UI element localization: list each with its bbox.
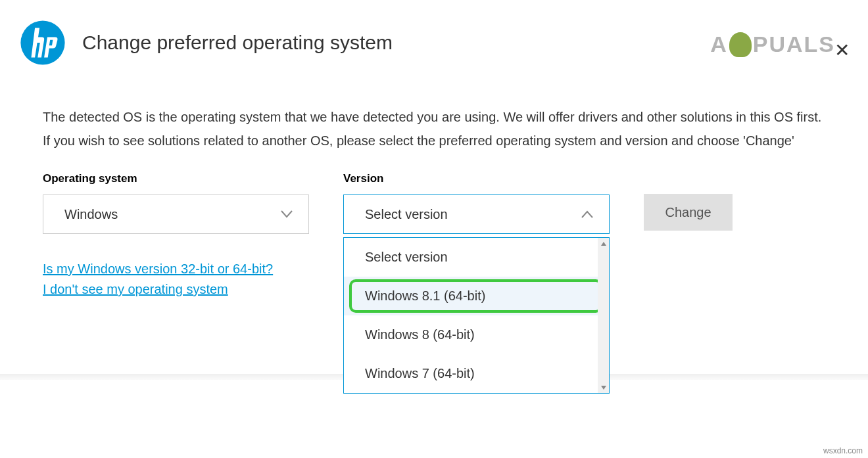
- hp-logo-icon: [20, 20, 66, 66]
- version-option-select[interactable]: Select version: [344, 238, 609, 277]
- version-selected-value: Select version: [365, 207, 448, 222]
- watermark-logo: A PUALS: [710, 32, 835, 57]
- os-label: Operating system: [43, 172, 309, 185]
- version-option-win7[interactable]: Windows 7 (64-bit): [344, 354, 609, 393]
- version-option-win8[interactable]: Windows 8 (64-bit): [344, 315, 609, 354]
- no-os-link[interactable]: I don't see my operating system: [43, 282, 309, 297]
- version-dropdown-list: Select version Windows 8.1 (64-bit) Wind…: [343, 237, 610, 394]
- os-select[interactable]: Windows: [43, 195, 309, 234]
- description-text: The detected OS is the operating system …: [43, 105, 825, 152]
- scroll-down-icon[interactable]: [598, 382, 609, 393]
- scrollbar[interactable]: [598, 238, 609, 393]
- version-label: Version: [343, 172, 610, 185]
- version-select[interactable]: Select version: [343, 195, 610, 234]
- scroll-up-icon[interactable]: [598, 238, 609, 249]
- change-button[interactable]: Change: [644, 194, 733, 231]
- footer-source: wsxdn.com: [823, 446, 863, 455]
- version-option-win81[interactable]: Windows 8.1 (64-bit): [344, 277, 609, 315]
- bit-check-link[interactable]: Is my Windows version 32-bit or 64-bit?: [43, 262, 309, 277]
- chevron-up-icon: [580, 207, 594, 221]
- page-title: Change preferred operating system: [82, 32, 393, 54]
- os-selected-value: Windows: [64, 207, 118, 222]
- mascot-icon: [729, 32, 752, 57]
- chevron-down-icon: [279, 207, 294, 221]
- close-icon[interactable]: ✕: [834, 39, 850, 61]
